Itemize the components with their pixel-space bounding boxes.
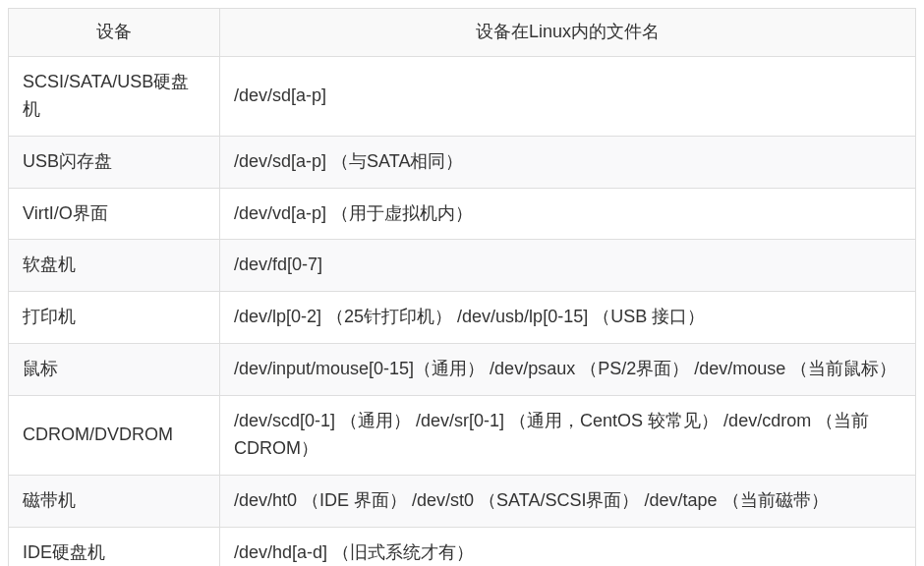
- cell-device: CDROM/DVDROM: [9, 396, 220, 476]
- cell-device: 鼠标: [9, 344, 220, 396]
- table-row: 软盘机 /dev/fd[0-7]: [9, 240, 916, 292]
- cell-device: 软盘机: [9, 240, 220, 292]
- cell-filename: /dev/input/mouse[0-15]（通用） /dev/psaux （P…: [220, 344, 916, 396]
- header-device: 设备: [9, 9, 220, 57]
- table-row: SCSI/SATA/USB硬盘机 /dev/sd[a-p]: [9, 56, 916, 136]
- table-row: CDROM/DVDROM /dev/scd[0-1] （通用） /dev/sr[…: [9, 396, 916, 476]
- device-table: 设备 设备在Linux内的文件名 SCSI/SATA/USB硬盘机 /dev/s…: [8, 8, 916, 566]
- cell-filename: /dev/sd[a-p] （与SATA相同）: [220, 136, 916, 188]
- cell-device: USB闪存盘: [9, 136, 220, 188]
- table-row: USB闪存盘 /dev/sd[a-p] （与SATA相同）: [9, 136, 916, 188]
- table-row: IDE硬盘机 /dev/hd[a-d] （旧式系统才有）: [9, 527, 916, 566]
- cell-device: SCSI/SATA/USB硬盘机: [9, 56, 220, 136]
- table-row: 打印机 /dev/lp[0-2] （25针打印机） /dev/usb/lp[0-…: [9, 292, 916, 344]
- cell-filename: /dev/fd[0-7]: [220, 240, 916, 292]
- header-filename: 设备在Linux内的文件名: [220, 9, 916, 57]
- cell-filename: /dev/sd[a-p]: [220, 56, 916, 136]
- cell-device: IDE硬盘机: [9, 527, 220, 566]
- cell-filename: /dev/vd[a-p] （用于虚拟机内）: [220, 188, 916, 240]
- cell-filename: /dev/ht0 （IDE 界面） /dev/st0 （SATA/SCSI界面）…: [220, 475, 916, 527]
- table-row: 鼠标 /dev/input/mouse[0-15]（通用） /dev/psaux…: [9, 344, 916, 396]
- cell-device: 打印机: [9, 292, 220, 344]
- cell-device: 磁带机: [9, 475, 220, 527]
- table-row: VirtI/O界面 /dev/vd[a-p] （用于虚拟机内）: [9, 188, 916, 240]
- table-header-row: 设备 设备在Linux内的文件名: [9, 9, 916, 57]
- cell-filename: /dev/lp[0-2] （25针打印机） /dev/usb/lp[0-15] …: [220, 292, 916, 344]
- cell-filename: /dev/hd[a-d] （旧式系统才有）: [220, 527, 916, 566]
- table-row: 磁带机 /dev/ht0 （IDE 界面） /dev/st0 （SATA/SCS…: [9, 475, 916, 527]
- cell-device: VirtI/O界面: [9, 188, 220, 240]
- cell-filename: /dev/scd[0-1] （通用） /dev/sr[0-1] （通用，Cent…: [220, 396, 916, 476]
